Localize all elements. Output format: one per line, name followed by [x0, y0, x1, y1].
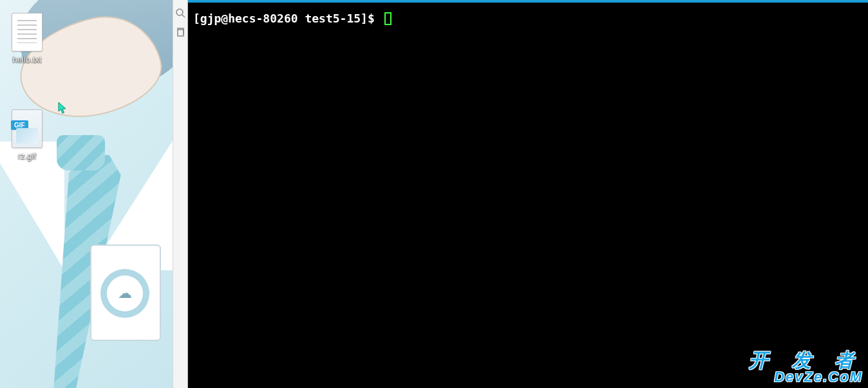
desktop-icon-hello-txt[interactable]: hello.txt: [4, 13, 50, 64]
file-icon: GIF: [12, 109, 42, 148]
desktop-area[interactable]: ☁ hello.txt GIF rz.gif: [0, 0, 173, 388]
terminal-content[interactable]: [gjp@hecs-80260 test5-15]$: [188, 3, 868, 388]
desktop-icon-label: hello.txt: [13, 55, 42, 64]
copy-icon[interactable]: [175, 27, 185, 37]
svg-rect-2: [178, 30, 184, 36]
terminal-prompt: [gjp@hecs-80260 test5-15]$: [193, 12, 375, 25]
search-icon[interactable]: [175, 8, 185, 18]
desktop-icon-rz-gif[interactable]: GIF rz.gif: [4, 109, 50, 161]
desktop-icon-label: rz.gif: [18, 152, 36, 161]
side-gutter: [173, 0, 188, 388]
svg-line-1: [182, 15, 185, 17]
file-icon: [12, 13, 42, 51]
terminal-window[interactable]: [gjp@hecs-80260 test5-15]$ 开 发 者 DevZe.C…: [188, 0, 868, 388]
terminal-cursor: [384, 12, 392, 25]
svg-point-0: [176, 9, 183, 15]
